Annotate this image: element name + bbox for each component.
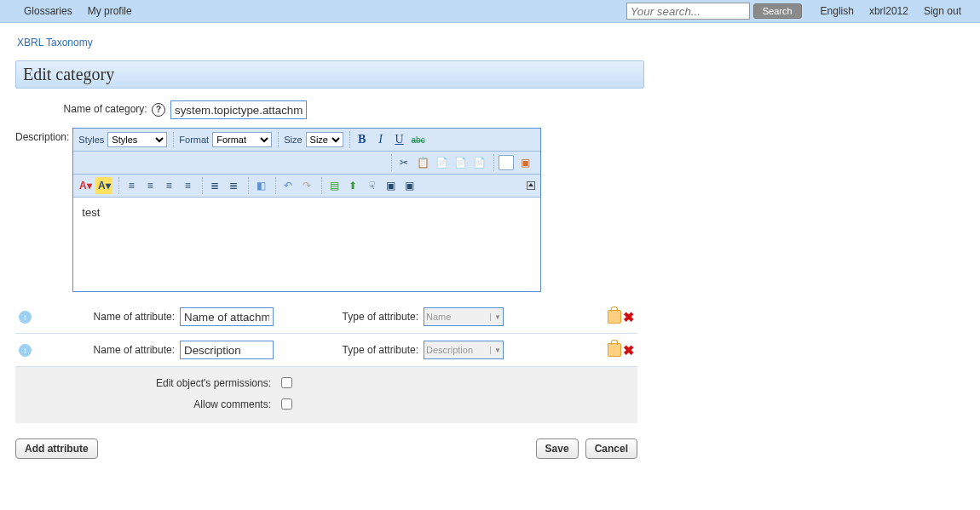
editor-content[interactable]: test (73, 198, 540, 291)
anchor-button[interactable]: ▣ (401, 177, 418, 194)
eraser-button[interactable]: ◧ (252, 177, 269, 194)
attr-type-label: Type of attribute: (274, 311, 424, 323)
search-input[interactable] (626, 3, 750, 20)
delete-icon[interactable]: ✖ (623, 309, 634, 325)
language-link[interactable]: English (821, 5, 854, 17)
page-title: Edit category (15, 60, 644, 89)
size-label: Size (282, 135, 303, 145)
add-attribute-button[interactable]: Add attribute (15, 438, 98, 459)
edit-permissions-checkbox[interactable] (281, 377, 292, 388)
help-icon[interactable]: ? (152, 103, 165, 117)
category-name-label: Name of category: ? (15, 103, 170, 117)
editor-toolbar-row3: A▾ A▾ ≡ ≡ ≡ ≡ ≣ ≣ ◧ ↶ ↷ (73, 175, 540, 198)
delete-icon[interactable]: ✖ (623, 342, 634, 358)
description-row: Description: Styles Styles Format Format… (15, 128, 965, 292)
hand-button[interactable]: ☟ (363, 177, 380, 194)
description-label: Description: (15, 128, 69, 143)
format-select[interactable]: Format (212, 132, 272, 147)
image-button[interactable]: ▣ (516, 154, 533, 171)
attributes-section: ↕ Name of attribute: Type of attribute: … (15, 301, 637, 367)
attr-type-select[interactable]: Description▼ (424, 341, 504, 359)
paste-word-button[interactable]: 📄 (470, 154, 487, 171)
text-color-button[interactable]: A▾ (77, 177, 94, 194)
top-nav: Glossaries My profile (9, 5, 132, 17)
link-button[interactable]: ▣ (382, 177, 399, 194)
italic-button[interactable]: I (372, 131, 389, 148)
ordered-list-button[interactable]: ≣ (206, 177, 223, 194)
align-center-button[interactable]: ≡ (141, 177, 159, 194)
save-button[interactable]: Save (536, 438, 579, 459)
search-form: Search (626, 3, 802, 20)
lock-icon[interactable] (608, 343, 621, 357)
attr-name-label: Name of attribute: (38, 311, 180, 323)
attr-type-label: Type of attribute: (274, 344, 424, 356)
top-bar: Glossaries My profile Search English xbr… (0, 0, 980, 23)
category-name-input[interactable] (170, 100, 307, 119)
underline-button[interactable]: U (391, 131, 408, 148)
unordered-list-button[interactable]: ≣ (225, 177, 242, 194)
nav-glossaries[interactable]: Glossaries (24, 5, 72, 17)
redo-button[interactable]: ↷ (298, 177, 315, 194)
size-select[interactable]: Size (306, 132, 343, 147)
breadcrumb[interactable]: XBRL Taxonomy (17, 37, 965, 49)
attr-name-input[interactable] (180, 341, 274, 359)
upload-button[interactable]: ⬆ (344, 177, 361, 194)
attr-type-select[interactable]: Name▼ (424, 307, 504, 326)
paste-button[interactable]: 📄 (433, 154, 450, 171)
top-links: English xbrl2012 Sign out (821, 5, 961, 17)
format-label: Format (177, 135, 210, 145)
nav-my-profile[interactable]: My profile (88, 5, 132, 17)
search-button[interactable]: Search (753, 3, 802, 19)
category-name-row: Name of category: ? (15, 100, 965, 119)
lock-icon[interactable] (608, 310, 621, 324)
strikethrough-button[interactable]: abc (410, 131, 427, 148)
align-left-button[interactable]: ≡ (123, 177, 140, 194)
rich-text-editor: Styles Styles Format Format Size Size B … (72, 128, 541, 292)
bg-color-button[interactable]: A▾ (95, 177, 112, 194)
form-actions: Add attribute Save Cancel (15, 438, 637, 459)
editor-toolbar-row2: ✂ 📋 📄 📄 📄 ▣ (73, 152, 540, 175)
move-icon[interactable]: ↕ (19, 311, 32, 324)
insert-button[interactable]: ▤ (326, 177, 343, 194)
align-right-button[interactable]: ≡ (160, 177, 177, 194)
table-button[interactable] (498, 154, 515, 171)
cut-button[interactable]: ✂ (395, 154, 412, 171)
permissions-section: Edit object's permissions: Allow comment… (15, 367, 637, 423)
align-justify-button[interactable]: ≡ (179, 177, 196, 194)
editor-toolbar-row1: Styles Styles Format Format Size Size B … (73, 129, 540, 152)
signout-link[interactable]: Sign out (924, 5, 961, 17)
bold-button[interactable]: B (354, 131, 371, 148)
styles-select[interactable]: Styles (107, 132, 167, 147)
cancel-button[interactable]: Cancel (585, 438, 637, 459)
attribute-row: ↕ Name of attribute: Type of attribute: … (15, 334, 637, 367)
copy-button[interactable]: 📋 (414, 154, 431, 171)
styles-label: Styles (77, 135, 106, 145)
user-link[interactable]: xbrl2012 (869, 5, 908, 17)
edit-permissions-label: Edit object's permissions: (15, 377, 278, 389)
allow-comments-checkbox[interactable] (281, 398, 292, 410)
attribute-row: ↕ Name of attribute: Type of attribute: … (15, 301, 637, 334)
page-body: XBRL Taxonomy Edit category Name of cate… (0, 23, 980, 507)
undo-button[interactable]: ↶ (280, 177, 297, 194)
move-icon[interactable]: ↕ (19, 344, 32, 357)
collapse-toolbar-button[interactable] (527, 181, 535, 190)
attr-name-input[interactable] (180, 307, 274, 326)
paste-text-button[interactable]: 📄 (452, 154, 469, 171)
allow-comments-label: Allow comments: (15, 398, 278, 410)
attr-name-label: Name of attribute: (38, 344, 180, 356)
